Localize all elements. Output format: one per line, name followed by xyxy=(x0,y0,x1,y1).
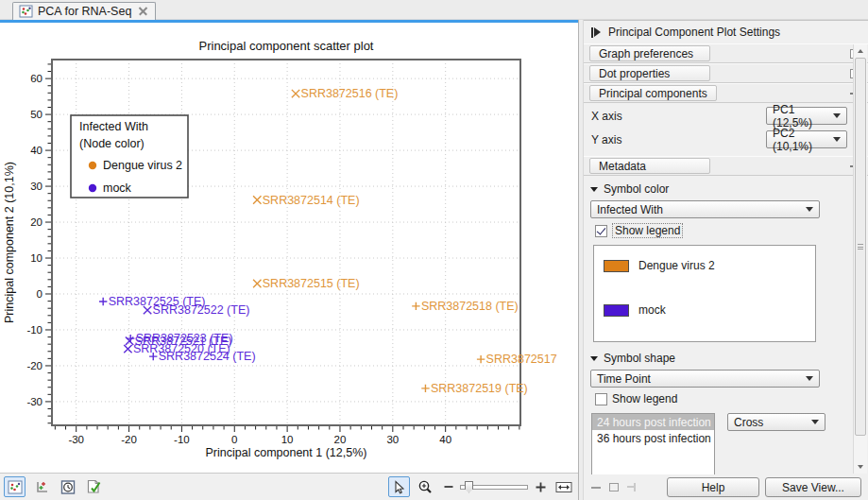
x-tick-label: 0 xyxy=(231,434,237,445)
axes-points-icon xyxy=(34,480,49,494)
scrollbar-thumb[interactable] xyxy=(855,58,866,436)
symbol-shape-dropdown[interactable]: Time Point xyxy=(590,370,820,388)
symbol-color-label: Symbol color xyxy=(604,182,669,196)
shape-show-legend-row: Show legend xyxy=(584,388,868,406)
section-label[interactable]: Dot properties xyxy=(589,65,710,81)
collapse-caret-icon[interactable] xyxy=(590,187,598,192)
x-tick-label: 10 xyxy=(281,434,294,445)
x-tick-label: -10 xyxy=(174,434,190,445)
shape-dropdown[interactable]: Cross xyxy=(727,413,825,431)
zoom-in-button[interactable] xyxy=(533,476,548,497)
data-point[interactable] xyxy=(477,355,485,363)
scroll-down-button[interactable] xyxy=(855,461,866,473)
symbol-color-header[interactable]: Symbol color xyxy=(584,176,868,198)
section-label[interactable]: Principal components xyxy=(589,85,717,101)
show-legend-checkbox[interactable] xyxy=(595,225,607,237)
section-metadata[interactable]: Metadata xyxy=(584,156,868,176)
zoom-out-button[interactable] xyxy=(441,476,455,497)
list-item-36-hours[interactable]: 36 hours post infection xyxy=(592,430,714,446)
x-axis-value: PC1 (12,5%) xyxy=(773,103,833,129)
section-graph-preferences[interactable]: Graph preferences xyxy=(584,43,868,63)
chart-title: Principal component scatter plot xyxy=(199,39,374,53)
float-panel-icon[interactable] xyxy=(607,481,620,493)
section-label[interactable]: Graph preferences xyxy=(589,45,710,61)
legend-item[interactable]: mock xyxy=(604,303,815,317)
y-axis-label: Y axis xyxy=(591,133,621,147)
x-tick-label: 20 xyxy=(334,434,347,445)
legend-item[interactable]: Dengue virus 2 xyxy=(604,259,815,272)
y-tick-label: -20 xyxy=(26,360,43,371)
y-tick-label: 40 xyxy=(30,145,43,156)
y-tick-label: 10 xyxy=(30,252,43,264)
chart-area: -30-20-10010203040-30-20-100102030405060… xyxy=(0,23,578,473)
section-principal-components[interactable]: Principal components xyxy=(584,83,868,103)
y-tick-label: 20 xyxy=(30,216,43,228)
show-legend-row: Show legend xyxy=(584,218,868,239)
x-tick-label: -20 xyxy=(121,434,137,445)
y-tick-label: 60 xyxy=(30,73,43,84)
color-legend-box: Dengue virus 2 mock xyxy=(593,245,816,342)
selection-tool-button[interactable] xyxy=(388,476,410,497)
thumb-grip-icon xyxy=(858,244,863,250)
magnifier-plus-icon xyxy=(417,479,434,494)
data-point[interactable] xyxy=(421,385,429,392)
chevron-down-icon xyxy=(806,207,813,212)
data-point-label: SRR3872519 (TE) xyxy=(431,382,528,395)
collapse-all-icon[interactable] xyxy=(589,481,602,493)
symbol-color-dropdown[interactable]: Infected With xyxy=(590,200,820,218)
history-view-button[interactable] xyxy=(57,476,78,497)
y-axis-dropdown[interactable]: PC2 (10,1%) xyxy=(766,130,847,148)
save-view-button[interactable]: Save View... xyxy=(765,477,861,497)
fit-width-button[interactable] xyxy=(553,476,574,497)
data-point-label: SRR3872514 (TE) xyxy=(263,194,360,207)
legend-dot-icon xyxy=(89,162,96,169)
cursor-arrow-icon xyxy=(392,480,406,494)
y-axis-title: Principal component 2 (10,1%) xyxy=(3,162,16,323)
scroll-up-button[interactable] xyxy=(855,45,866,57)
x-tick-label: 30 xyxy=(386,434,399,445)
x-axis-title: Principal component 1 (12,5%) xyxy=(206,446,367,459)
data-point[interactable] xyxy=(292,90,299,97)
element-info-view-button[interactable] xyxy=(83,476,105,497)
show-legend-label: Show legend xyxy=(612,223,683,238)
data-point[interactable] xyxy=(124,345,131,353)
view-status-bar xyxy=(0,473,578,500)
data-point[interactable] xyxy=(412,302,419,310)
tab-pca-for-rna-seq[interactable]: PCA for RNA-Seq xyxy=(12,2,156,20)
panel-scrollbar[interactable] xyxy=(853,44,867,474)
data-point[interactable] xyxy=(99,298,107,305)
data-point-label: SRR3872516 (TE) xyxy=(301,87,399,100)
legend-item-label: Dengue virus 2 xyxy=(638,259,715,272)
chevron-down-icon xyxy=(811,420,819,424)
y-axis-row: Y axis PC2 (10,1%) xyxy=(584,129,868,150)
x-tick-label: -30 xyxy=(68,434,84,445)
graphical-view-button[interactable] xyxy=(4,476,26,497)
data-point[interactable] xyxy=(253,196,261,203)
y-tick-label: 50 xyxy=(30,109,43,120)
collapse-caret-icon[interactable] xyxy=(590,356,598,361)
shape-show-legend-checkbox[interactable] xyxy=(595,393,607,405)
plot-legend-item-label: mock xyxy=(103,181,132,195)
shape-value: Cross xyxy=(734,416,763,429)
help-button[interactable]: Help xyxy=(667,477,759,497)
section-dot-properties[interactable]: Dot properties xyxy=(584,63,868,83)
list-item-24-hours[interactable]: 24 hours post infection xyxy=(592,414,714,430)
close-icon[interactable] xyxy=(139,8,147,16)
side-panel-header: Principal Component Plot Settings xyxy=(584,21,868,43)
triangle-up-icon xyxy=(858,49,863,53)
symbol-shape-header[interactable]: Symbol shape xyxy=(584,342,868,368)
x-axis-dropdown[interactable]: PC1 (12,5%) xyxy=(766,107,847,125)
section-label[interactable]: Metadata xyxy=(589,158,710,174)
plot-legend-item-label: Dengue virus 2 xyxy=(103,159,182,172)
data-point[interactable] xyxy=(253,280,261,287)
pca-scatter-plot: -30-20-10010203040-30-20-100102030405060… xyxy=(0,23,578,473)
zoom-slider-handle[interactable] xyxy=(465,481,473,493)
collapse-panel-icon[interactable] xyxy=(591,27,601,38)
color-swatch[interactable] xyxy=(604,260,629,272)
legend-item-label: mock xyxy=(638,303,666,317)
tab-bar: PCA for RNA-Seq xyxy=(0,0,868,20)
pca-table-view-button[interactable] xyxy=(30,476,52,497)
color-swatch[interactable] xyxy=(604,304,629,317)
zoom-tool-button[interactable] xyxy=(415,476,436,497)
zoom-slider[interactable] xyxy=(460,485,528,490)
